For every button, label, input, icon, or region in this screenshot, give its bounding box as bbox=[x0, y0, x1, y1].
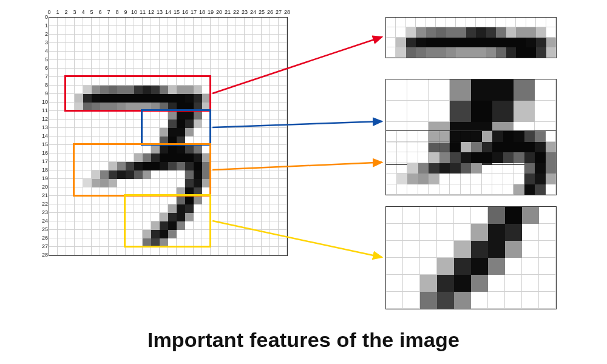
axis-left-tick: 12 bbox=[38, 116, 48, 122]
feature-box-orange bbox=[73, 143, 211, 197]
axis-left-tick: 3 bbox=[38, 39, 48, 46]
axis-left-tick: 6 bbox=[38, 65, 48, 71]
axis-left-tick: 23 bbox=[38, 209, 48, 215]
axis-left-tick: 19 bbox=[38, 175, 48, 181]
axis-left-tick: 2 bbox=[38, 31, 48, 37]
axis-left-tick: 21 bbox=[38, 192, 48, 198]
axis-top-tick: 26 bbox=[266, 9, 274, 15]
axis-top-tick: 3 bbox=[70, 9, 79, 15]
axis-top-tick: 14 bbox=[164, 9, 172, 15]
axis-left-tick: 26 bbox=[38, 235, 48, 241]
axis-left-tick: 20 bbox=[38, 184, 48, 190]
axis-left-tick: 14 bbox=[38, 133, 48, 139]
axis-left-tick: 1 bbox=[38, 22, 48, 29]
axis-top-tick: 7 bbox=[104, 9, 113, 15]
feature-thumbnail-red bbox=[385, 17, 557, 58]
axis-left-tick: 22 bbox=[38, 201, 48, 207]
axis-top-tick: 1 bbox=[53, 9, 62, 15]
axis-top-tick: 17 bbox=[189, 9, 198, 15]
axis-top-tick: 6 bbox=[96, 9, 104, 15]
axis-left-tick: 0 bbox=[38, 14, 48, 20]
feature-box-yellow bbox=[124, 194, 211, 248]
axis-left-tick: 13 bbox=[38, 124, 48, 130]
axis-top-tick: 9 bbox=[121, 9, 130, 15]
axis-left-tick: 15 bbox=[38, 141, 48, 147]
axis-top-tick: 2 bbox=[62, 9, 70, 15]
feature-box-red bbox=[64, 75, 211, 112]
axis-top-tick: 11 bbox=[138, 9, 147, 15]
axis-top-tick: 22 bbox=[232, 9, 240, 15]
axis-left-tick: 16 bbox=[38, 150, 48, 156]
axis-top-tick: 10 bbox=[130, 9, 138, 15]
axis-left-tick: 17 bbox=[38, 158, 48, 164]
axis-left-tick: 8 bbox=[38, 82, 48, 88]
axis-top-tick: 23 bbox=[240, 9, 249, 15]
axis-top-tick: 25 bbox=[257, 9, 266, 15]
axis-top-tick: 20 bbox=[215, 9, 223, 15]
axis-top-tick: 5 bbox=[87, 9, 96, 15]
axis-left-tick: 11 bbox=[38, 107, 48, 113]
axis-left-tick: 24 bbox=[38, 218, 48, 224]
axis-top-tick: 8 bbox=[113, 9, 121, 15]
axis-top-tick: 18 bbox=[198, 9, 206, 15]
axis-top-tick: 4 bbox=[79, 9, 87, 15]
axis-top-tick: 16 bbox=[181, 9, 189, 15]
caption: Important features of the image bbox=[0, 328, 607, 352]
feature-thumbnail-orange bbox=[385, 130, 557, 195]
axis-top-tick: 28 bbox=[283, 9, 291, 15]
axis-top-tick: 24 bbox=[249, 9, 257, 15]
axis-left-tick: 27 bbox=[38, 243, 48, 249]
axis-top-tick: 19 bbox=[206, 9, 215, 15]
axis-top-tick: 13 bbox=[155, 9, 164, 15]
axis-left-tick: 7 bbox=[38, 73, 48, 79]
axis-left-tick: 4 bbox=[38, 48, 48, 54]
axis-left-tick: 18 bbox=[38, 167, 48, 173]
axis-left-tick: 10 bbox=[38, 99, 48, 105]
axis-left-tick: 28 bbox=[38, 252, 48, 258]
axis-left-tick: 9 bbox=[38, 90, 48, 96]
axis-top-tick: 15 bbox=[172, 9, 181, 15]
feature-box-blue bbox=[141, 109, 211, 146]
axis-top-tick: 27 bbox=[274, 9, 283, 15]
axis-top-tick: 21 bbox=[223, 9, 232, 15]
feature-thumbnail-yellow bbox=[385, 206, 557, 309]
axis-top-tick: 12 bbox=[147, 9, 155, 15]
axis-left-tick: 5 bbox=[38, 56, 48, 62]
axis-left-tick: 25 bbox=[38, 226, 48, 232]
